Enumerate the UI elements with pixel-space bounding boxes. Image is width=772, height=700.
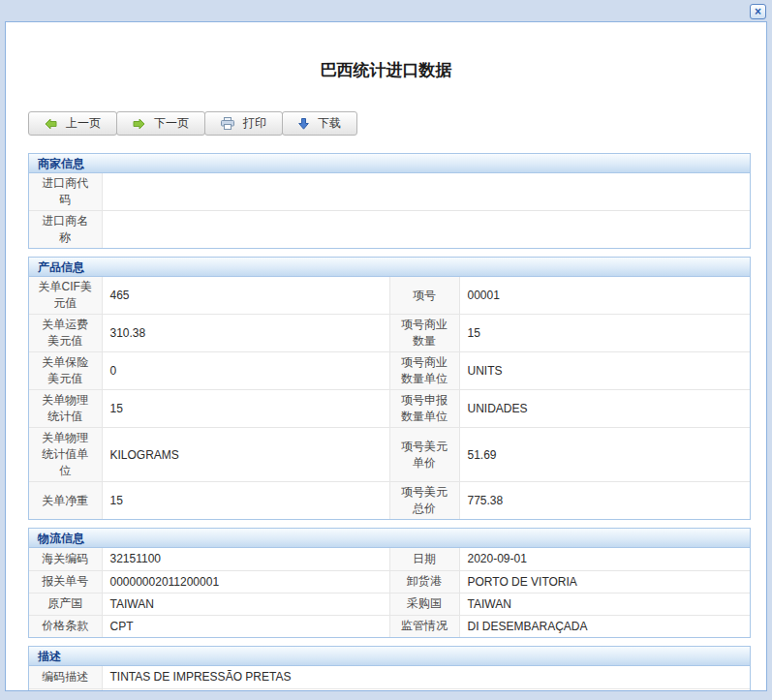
table-row: 海关编码 32151100 日期 2020-09-01 — [29, 548, 750, 570]
table-row: 报关单号 00000002011200001 卸货港 PORTO DE VITO… — [29, 570, 750, 593]
section-logistics-info: 物流信息 海关编码 32151100 日期 2020-09-01 报关单号 00… — [28, 528, 751, 638]
field-value: 51.69 — [459, 428, 750, 482]
section-title-merchant: 商家信息 — [29, 154, 750, 173]
page-title: 巴西统计进口数据 — [6, 59, 766, 81]
field-label: 关单净重 — [29, 482, 102, 520]
field-value: 0 — [102, 352, 389, 390]
table-row: 关单CIF美元值 465 项号 00001 — [29, 277, 750, 315]
field-value: 775.38 — [459, 482, 750, 520]
field-label: 项号 — [389, 277, 459, 315]
field-value: UNIDADES — [459, 390, 750, 428]
table-row: 关单保险美元值 0 项号商业数量单位 UNITS — [29, 352, 750, 390]
field-value: 465 — [102, 277, 389, 315]
section-title-description: 描述 — [29, 647, 750, 666]
table-row: 原产国 TAIWAN 采购国 TAIWAN — [29, 593, 750, 615]
table-row: 关单净重 15 项号美元总价 775.38 — [29, 482, 750, 520]
table-row: 产品描述 TINTA PRETA DE IMPRESSAO, REF. LED … — [29, 688, 750, 691]
section-title-logistics: 物流信息 — [29, 529, 750, 548]
field-label: 海关编码 — [29, 548, 102, 570]
print-label: 打印 — [243, 115, 266, 132]
arrow-left-icon — [45, 118, 57, 130]
download-button[interactable]: 下载 — [282, 111, 357, 136]
table-row: 进口商名称 — [29, 211, 750, 249]
field-value: KILOGRAMS — [102, 428, 389, 482]
field-label: 关单运费美元值 — [29, 315, 102, 352]
field-value: TINTA PRETA DE IMPRESSAO, REF. LED UV IN… — [102, 688, 750, 691]
field-value: CPT — [102, 615, 389, 637]
field-value: TAIWAN — [459, 593, 750, 615]
toolbar: 上一页 下一页 打印 下载 — [28, 111, 766, 136]
field-label: 项号美元单价 — [389, 428, 459, 482]
field-label: 价格条款 — [29, 615, 102, 637]
field-value: 00000002011200001 — [102, 570, 389, 593]
merchant-table: 进口商代码 进口商名称 — [29, 173, 750, 248]
field-label: 原产国 — [29, 593, 102, 615]
arrow-right-icon — [133, 118, 145, 130]
field-value: 00001 — [459, 277, 750, 315]
field-label: 关单物理统计值 — [29, 390, 102, 428]
next-page-label: 下一页 — [154, 115, 189, 132]
field-value: 32151100 — [102, 548, 389, 570]
field-value: PORTO DE VITORIA — [459, 570, 750, 593]
prev-page-label: 上一页 — [66, 115, 101, 132]
section-description: 描述 编码描述 TINTAS DE IMPRESSÃO PRETAS 产品描述 … — [28, 646, 751, 691]
field-label: 产品描述 — [29, 688, 102, 691]
field-value: UNITS — [459, 352, 750, 390]
field-label: 项号商业数量单位 — [389, 352, 459, 390]
field-label: 进口商代码 — [29, 173, 102, 211]
field-value: TINTAS DE IMPRESSÃO PRETAS — [102, 666, 750, 688]
field-value: 310.38 — [102, 315, 389, 352]
field-value: 15 — [102, 482, 389, 520]
download-label: 下载 — [318, 115, 341, 132]
field-label: 关单物理统计值单位 — [29, 428, 102, 482]
field-label: 采购国 — [389, 593, 459, 615]
field-value: 15 — [459, 315, 750, 352]
download-icon — [298, 118, 309, 130]
field-value: 2020-09-01 — [459, 548, 750, 570]
field-value: 15 — [102, 390, 389, 428]
logistics-table: 海关编码 32151100 日期 2020-09-01 报关单号 0000000… — [29, 548, 750, 637]
field-value — [102, 173, 750, 211]
table-row: 关单物理统计值单位 KILOGRAMS 项号美元单价 51.69 — [29, 428, 750, 482]
field-value — [102, 211, 750, 249]
field-label: 报关单号 — [29, 570, 102, 593]
section-merchant-info: 商家信息 进口商代码 进口商名称 — [28, 153, 751, 249]
dialog-panel: 巴西统计进口数据 上一页 下一页 打印 下载 商家信息 进口商代码 — [5, 21, 767, 691]
section-title-product: 产品信息 — [29, 258, 750, 277]
field-label: 项号美元总价 — [389, 482, 459, 520]
table-row: 价格条款 CPT 监管情况 DI DESEMBARAÇADA — [29, 615, 750, 637]
field-value: TAIWAN — [102, 593, 389, 615]
prev-page-button[interactable]: 上一页 — [28, 111, 117, 136]
field-label: 项号商业数量 — [389, 315, 459, 352]
field-label: 关单保险美元值 — [29, 352, 102, 390]
field-label: 监管情况 — [389, 615, 459, 637]
field-label: 日期 — [389, 548, 459, 570]
field-value: DI DESEMBARAÇADA — [459, 615, 750, 637]
print-button[interactable]: 打印 — [204, 111, 283, 136]
product-table: 关单CIF美元值 465 项号 00001 关单运费美元值 310.38 项号商… — [29, 277, 750, 519]
table-row: 关单物理统计值 15 项号申报数量单位 UNIDADES — [29, 390, 750, 428]
field-label: 编码描述 — [29, 666, 102, 688]
field-label: 项号申报数量单位 — [389, 390, 459, 428]
table-row: 编码描述 TINTAS DE IMPRESSÃO PRETAS — [29, 666, 750, 688]
table-row: 进口商代码 — [29, 173, 750, 211]
field-label: 卸货港 — [389, 570, 459, 593]
description-table: 编码描述 TINTAS DE IMPRESSÃO PRETAS 产品描述 TIN… — [29, 666, 750, 691]
section-product-info: 产品信息 关单CIF美元值 465 项号 00001 关单运费美元值 310.3… — [28, 257, 751, 520]
field-label: 进口商名称 — [29, 211, 102, 249]
next-page-button[interactable]: 下一页 — [116, 111, 205, 136]
printer-icon — [221, 117, 234, 130]
close-button[interactable]: × — [750, 4, 766, 19]
close-icon: × — [755, 5, 761, 18]
field-label: 关单CIF美元值 — [29, 277, 102, 315]
table-row: 关单运费美元值 310.38 项号商业数量 15 — [29, 315, 750, 352]
